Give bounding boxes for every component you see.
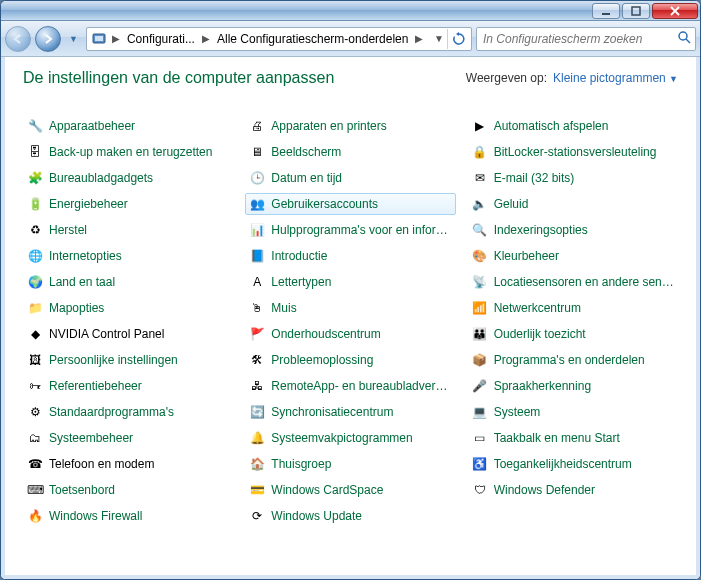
maximize-button[interactable]: [622, 3, 650, 19]
item-label: Synchronisatiecentrum: [271, 405, 393, 419]
minimize-button[interactable]: [592, 3, 620, 19]
address-breadcrumb[interactable]: ▶ Configurati... ▶ Alle Configuratiesche…: [86, 27, 472, 51]
control-panel-item[interactable]: 🖥Beeldscherm: [245, 141, 455, 163]
recovery-icon: ♻: [27, 222, 43, 238]
backup-icon: 🗄: [27, 144, 43, 160]
indexing-icon: 🔍: [472, 222, 488, 238]
page-title: De instellingen van de computer aanpasse…: [23, 69, 334, 87]
control-panel-item[interactable]: ▭Taakbalk en menu Start: [468, 427, 678, 449]
control-panel-item[interactable]: 🛠Probleemoplossing: [245, 349, 455, 371]
control-panel-item[interactable]: 💻Systeem: [468, 401, 678, 423]
control-panel-item[interactable]: 🎨Kleurbeheer: [468, 245, 678, 267]
control-panel-item[interactable]: 👪Ouderlijk toezicht: [468, 323, 678, 345]
item-label: Hulpprogramma's voor en informati..: [271, 223, 451, 237]
control-panel-item[interactable]: ☎Telefoon en modem: [23, 453, 233, 475]
item-label: Land en taal: [49, 275, 115, 289]
color-management-icon: 🎨: [472, 248, 488, 264]
control-panel-item[interactable]: 📦Programma's en onderdelen: [468, 349, 678, 371]
control-panel-item[interactable]: 📡Locatiesensoren en andere sensoren: [468, 271, 678, 293]
item-label: Energiebeheer: [49, 197, 128, 211]
personalization-icon: 🖼: [27, 352, 43, 368]
control-panel-item[interactable]: 🖱Muis: [245, 297, 455, 319]
control-panel-item[interactable]: 🔄Synchronisatiecentrum: [245, 401, 455, 423]
control-panel-item[interactable]: 🗄Back-up maken en terugzetten: [23, 141, 233, 163]
item-label: Windows Update: [271, 509, 362, 523]
control-panel-item[interactable]: 🔧Apparaatbeheer: [23, 115, 233, 137]
control-panel-item[interactable]: 🔈Geluid: [468, 193, 678, 215]
control-panel-item[interactable]: ⚙Standaardprogramma's: [23, 401, 233, 423]
taskbar-start-icon: ▭: [472, 430, 488, 446]
item-label: Windows Firewall: [49, 509, 142, 523]
forward-button[interactable]: [35, 26, 61, 52]
control-panel-item[interactable]: 🕒Datum en tijd: [245, 167, 455, 189]
speech-icon: 🎤: [472, 378, 488, 394]
control-panel-item[interactable]: 🚩Onderhoudscentrum: [245, 323, 455, 345]
search-box[interactable]: [476, 27, 696, 51]
control-panel-item[interactable]: 📘Introductie: [245, 245, 455, 267]
control-panel-item[interactable]: 🔍Indexeringsopties: [468, 219, 678, 241]
back-button[interactable]: [5, 26, 31, 52]
ease-of-access-icon: ♿: [472, 456, 488, 472]
datetime-icon: 🕒: [249, 170, 265, 186]
control-panel-item[interactable]: 🎤Spraakherkenning: [468, 375, 678, 397]
programs-features-icon: 📦: [472, 352, 488, 368]
control-panel-item[interactable]: ⟳Windows Update: [245, 505, 455, 527]
control-panel-item[interactable]: ♿Toegankelijkheidscentrum: [468, 453, 678, 475]
breadcrumb-seg-2[interactable]: Alle Configuratiescherm-onderdelen: [213, 32, 412, 46]
control-panel-item[interactable]: 🗂Systeembeheer: [23, 427, 233, 449]
item-label: Beeldscherm: [271, 145, 341, 159]
search-icon[interactable]: [677, 30, 691, 47]
item-label: Apparaten en printers: [271, 119, 386, 133]
search-input[interactable]: [481, 31, 677, 47]
control-panel-item[interactable]: ▶Automatisch afspelen: [468, 115, 678, 137]
control-panel-item[interactable]: ALettertypen: [245, 271, 455, 293]
control-panel-item[interactable]: 🔋Energiebeheer: [23, 193, 233, 215]
control-panel-item[interactable]: 🗝Referentiebeheer: [23, 375, 233, 397]
control-panel-item[interactable]: 🔒BitLocker-stationsversleuteling: [468, 141, 678, 163]
control-panel-item[interactable]: 🔔Systeemvakpictogrammen: [245, 427, 455, 449]
control-panel-item[interactable]: 🖨Apparaten en printers: [245, 115, 455, 137]
control-panel-item[interactable]: ✉E-mail (32 bits): [468, 167, 678, 189]
item-label: Locatiesensoren en andere sensoren: [494, 275, 674, 289]
control-panel-item[interactable]: 📊Hulpprogramma's voor en informati..: [245, 219, 455, 241]
control-panel-item[interactable]: ◆NVIDIA Control Panel: [23, 323, 233, 345]
control-panel-item[interactable]: 👥Gebruikersaccounts: [245, 193, 455, 215]
control-panel-item[interactable]: ♻Herstel: [23, 219, 233, 241]
control-panel-item[interactable]: 🌍Land en taal: [23, 271, 233, 293]
control-panel-item[interactable]: 🧩Bureaubladgadgets: [23, 167, 233, 189]
homegroup-icon: 🏠: [249, 456, 265, 472]
control-panel-item[interactable]: 🌐Internetopties: [23, 245, 233, 267]
control-panel-item[interactable]: 🖼Persoonlijke instellingen: [23, 349, 233, 371]
defender-icon: 🛡: [472, 482, 488, 498]
control-panel-item[interactable]: ⌨Toetsenbord: [23, 479, 233, 501]
cardspace-icon: 💳: [249, 482, 265, 498]
control-panel-item[interactable]: 📁Mapopties: [23, 297, 233, 319]
control-panel-item[interactable]: 📶Netwerkcentrum: [468, 297, 678, 319]
internet-options-icon: 🌐: [27, 248, 43, 264]
control-panel-items-grid: 🔧Apparaatbeheer🖨Apparaten en printers▶Au…: [23, 115, 678, 531]
action-center-icon: 🚩: [249, 326, 265, 342]
view-by-label: Weergeven op:: [466, 71, 547, 85]
admin-tools-icon: 🗂: [27, 430, 43, 446]
item-label: Indexeringsopties: [494, 223, 588, 237]
close-button[interactable]: [652, 3, 698, 19]
control-panel-item[interactable]: 🏠Thuisgroep: [245, 453, 455, 475]
chevron-down-icon[interactable]: ▼: [431, 33, 447, 44]
remoteapp-icon: 🖧: [249, 378, 265, 394]
refresh-button[interactable]: [447, 29, 469, 49]
control-panel-item[interactable]: 🛡Windows Defender: [468, 479, 678, 501]
navigation-bar: ▼ ▶ Configurati... ▶ Alle Configuratiesc…: [1, 21, 700, 57]
network-center-icon: 📶: [472, 300, 488, 316]
control-panel-item[interactable]: 💳Windows CardSpace: [245, 479, 455, 501]
view-by-control: Weergeven op: Kleine pictogrammen ▼: [466, 71, 678, 85]
history-dropdown-icon[interactable]: ▼: [65, 34, 82, 44]
view-by-dropdown[interactable]: Kleine pictogrammen ▼: [553, 71, 678, 85]
sound-icon: 🔈: [472, 196, 488, 212]
control-panel-item[interactable]: 🖧RemoteApp- en bureaubladverbindi...: [245, 375, 455, 397]
control-panel-item[interactable]: 🔥Windows Firewall: [23, 505, 233, 527]
item-label: Onderhoudscentrum: [271, 327, 380, 341]
breadcrumb-seg-1[interactable]: Configurati...: [123, 32, 199, 46]
item-label: Gebruikersaccounts: [271, 197, 378, 211]
item-label: Programma's en onderdelen: [494, 353, 645, 367]
item-label: Thuisgroep: [271, 457, 331, 471]
